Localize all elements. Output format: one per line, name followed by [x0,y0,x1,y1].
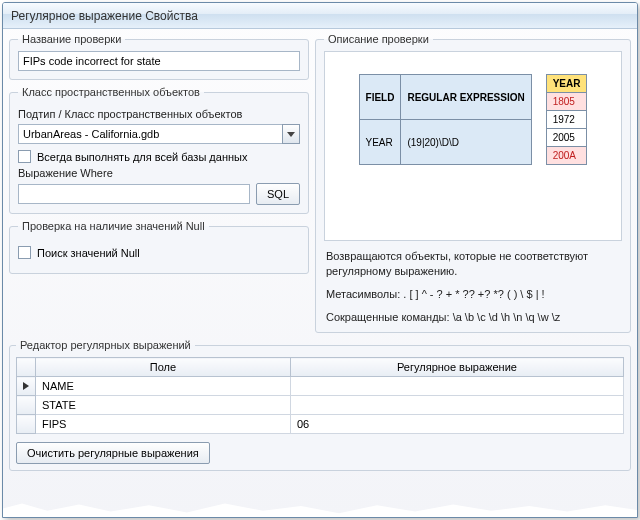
table-row[interactable]: STATE [17,396,624,415]
regex-editor: Редактор регулярных выражений Поле Регул… [9,339,631,471]
year-v2: 1972 [546,111,587,129]
desc-line2: Метасимволы: . [ ] ^ - ? + * ?? +? *? ( … [326,287,620,302]
always-run-row[interactable]: Всегда выполнять для всей базы данных [18,150,300,163]
always-run-label: Всегда выполнять для всей базы данных [37,151,247,163]
sql-button[interactable]: SQL [256,183,300,205]
description-illustration: FIELD REGULAR EXPRESSION YEAR (19|20)\D\… [324,51,622,241]
grid-col-regex: Регулярное выражение [290,358,623,377]
search-null-row[interactable]: Поиск значений Null [18,246,300,259]
legend-description: Описание проверки [324,33,433,45]
search-null-checkbox[interactable] [18,246,31,259]
clear-regex-button[interactable]: Очистить регулярные выражения [16,442,210,464]
where-input[interactable] [18,184,250,204]
row-indicator [17,396,36,415]
feature-class-combo-value: UrbanAreas - California.gdb [23,128,159,140]
desc-line3: Сокращенные команды: \a \b \c \d \h \n \… [326,310,620,325]
feature-class-combo[interactable]: UrbanAreas - California.gdb [18,124,300,144]
cell-field[interactable]: STATE [36,396,291,415]
content-area: Название проверки Класс пространственных… [3,29,637,333]
table-row[interactable]: FIPS 06 [17,415,624,434]
legend-feature-class: Класс пространственных объектов [18,86,204,98]
group-description: Описание проверки FIELD REGULAR EXPRESSI… [315,33,631,333]
grid-header-row: Поле Регулярное выражение [17,358,624,377]
right-column: Описание проверки FIELD REGULAR EXPRESSI… [315,33,631,333]
titlebar: Регулярное выражение Свойства [3,3,637,29]
left-column: Название проверки Класс пространственных… [9,33,309,333]
diagram-table-regex: FIELD REGULAR EXPRESSION YEAR (19|20)\D\… [359,74,532,165]
legend-editor: Редактор регулярных выражений [16,339,195,351]
legend-check-name: Название проверки [18,33,125,45]
chevron-down-icon [287,132,295,137]
cell-regex[interactable] [290,396,623,415]
regex-grid[interactable]: Поле Регулярное выражение NAME STATE FIP… [16,357,624,434]
feature-class-combo-button[interactable] [282,124,300,144]
subtype-label: Подтип / Класс пространственных объектов [18,108,300,120]
torn-edge-decoration [3,502,637,518]
triangle-right-icon [23,382,29,390]
table-row[interactable]: NAME [17,377,624,396]
window-title: Регулярное выражение Свойства [11,9,198,23]
diag-h2: REGULAR EXPRESSION [401,75,531,120]
diag-h1: FIELD [359,75,401,120]
group-editor: Редактор регулярных выражений Поле Регул… [9,339,631,471]
year-hdr: YEAR [546,75,587,93]
dialog-window: Регулярное выражение Свойства Название п… [2,2,638,518]
cell-field[interactable]: FIPS [36,415,291,434]
search-null-label: Поиск значений Null [37,247,140,259]
cell-regex[interactable]: 06 [290,415,623,434]
feature-class-combo-text: UrbanAreas - California.gdb [18,124,282,144]
diagram-table-year: YEAR 1805 1972 2005 200A [546,74,588,165]
diag-r2: (19|20)\D\D [401,120,531,165]
row-indicator [17,377,36,396]
row-indicator [17,415,36,434]
grid-corner [17,358,36,377]
group-null-check: Проверка на наличие значений Null Поиск … [9,220,309,274]
year-v3: 2005 [546,129,587,147]
legend-null-check: Проверка на наличие значений Null [18,220,209,232]
where-label: Выражение Where [18,167,300,179]
cell-field[interactable]: NAME [36,377,291,396]
year-v4: 200A [546,147,587,165]
diag-r1: YEAR [359,120,401,165]
desc-line1: Возвращаются объекты, которые не соответ… [326,249,620,279]
always-run-checkbox[interactable] [18,150,31,163]
year-v1: 1805 [546,93,587,111]
grid-col-field: Поле [36,358,291,377]
check-name-input[interactable] [18,51,300,71]
group-check-name: Название проверки [9,33,309,80]
cell-regex[interactable] [290,377,623,396]
group-feature-class: Класс пространственных объектов Подтип /… [9,86,309,214]
